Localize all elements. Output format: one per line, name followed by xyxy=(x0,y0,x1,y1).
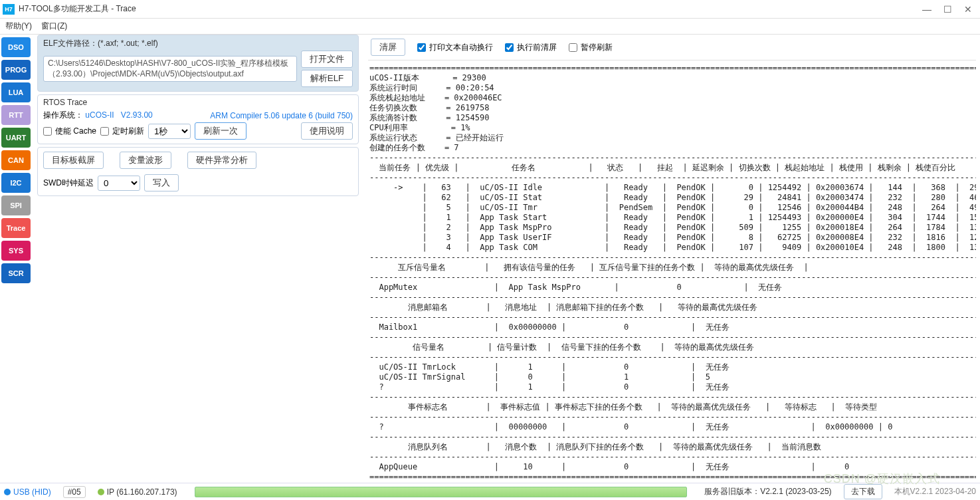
console-toolbar: 清屏 打印文本自动换行 执行前清屏 暂停刷新 xyxy=(368,35,976,61)
enable-cache-checkbox[interactable]: 使能 Cache xyxy=(43,126,96,137)
waveform-button[interactable]: 变量波形 xyxy=(120,152,171,169)
progress-bar xyxy=(195,487,688,497)
close-button[interactable]: ✕ xyxy=(964,4,972,15)
menu-help[interactable]: 帮助(Y) xyxy=(5,21,32,32)
write-button[interactable]: 写入 xyxy=(144,174,179,191)
minimize-button[interactable]: — xyxy=(922,4,931,15)
clear-button[interactable]: 清屏 xyxy=(371,39,405,56)
autowrap-checkbox[interactable]: 打印文本自动换行 xyxy=(417,42,493,53)
elf-path-input[interactable]: C:\Users\51246\Desktop\HASH\V7-800_uCOS-… xyxy=(43,56,297,82)
titlebar: H7 H7-TOOL多功能开发工具 - Trace — ☐ ✕ xyxy=(0,0,980,19)
app-icon: H7 xyxy=(3,4,15,15)
status-ip: IP (61.160.207.173) xyxy=(107,487,177,497)
os-version: V2.93.00 xyxy=(121,110,153,120)
usage-help-button[interactable]: 使用说明 xyxy=(301,122,353,140)
sidenav-rtt[interactable]: RTT xyxy=(1,105,31,125)
sidenav-prog[interactable]: PROG xyxy=(1,60,31,80)
maximize-button[interactable]: ☐ xyxy=(943,4,952,15)
statusbar: USB (HID) #05 IP (61.160.207.173) 服务器旧版本… xyxy=(0,483,980,500)
pause-refresh-checkbox[interactable]: 暂停刷新 xyxy=(569,42,613,53)
elf-panel: ELF文件路径：(*.axf; *.out; *.elf) C:\Users\5… xyxy=(37,35,359,92)
sidenav: DSOPROGLUARTTUARTCANI2CSPITraceSYSSCR xyxy=(0,35,32,483)
console-output[interactable]: ========================================… xyxy=(368,61,976,483)
status-usb: USB (HID) xyxy=(13,487,51,497)
elf-path-label: ELF文件路径：(*.axf; *.out; *.elf) xyxy=(43,38,353,49)
action-panel: 目标板截屏 变量波形 硬件异常分析 SWD时钟延迟 0 写入 xyxy=(37,147,359,196)
sidenav-trace[interactable]: Trace xyxy=(1,218,31,238)
sidenav-dso[interactable]: DSO xyxy=(1,37,31,57)
sidenav-sys[interactable]: SYS xyxy=(1,241,31,261)
left-panel: ELF文件路径：(*.axf; *.out; *.elf) C:\Users\5… xyxy=(32,35,364,483)
sidenav-scr[interactable]: SCR xyxy=(1,263,31,283)
rtos-panel: RTOS Trace 操作系统： uCOS-II V2.93.00 ARM Co… xyxy=(37,94,359,144)
parse-elf-button[interactable]: 解析ELF xyxy=(301,70,353,87)
status-device[interactable]: #05 xyxy=(63,486,86,498)
timer-refresh-checkbox[interactable]: 定时刷新 xyxy=(100,126,144,137)
os-name: uCOS-II xyxy=(85,110,114,120)
sidenav-spi[interactable]: SPI xyxy=(1,195,31,215)
refresh-once-button[interactable]: 刷新一次 xyxy=(195,122,246,140)
status-server: 服务器旧版本：V2.2.1 (2023-03-25) xyxy=(704,486,831,497)
window-controls: — ☐ ✕ xyxy=(922,4,972,15)
menubar: 帮助(Y) 窗口(Z) xyxy=(0,19,980,35)
swd-delay-select[interactable]: 0 xyxy=(98,176,140,191)
screenshot-button[interactable]: 目标板截屏 xyxy=(43,152,104,169)
sidenav-i2c[interactable]: I2C xyxy=(1,173,31,193)
menu-window[interactable]: 窗口(Z) xyxy=(41,21,67,32)
status-local-version: 本机V2.2.1 2023-04-20 xyxy=(894,486,976,497)
fault-analysis-button[interactable]: 硬件异常分析 xyxy=(187,152,256,169)
window-title: H7-TOOL多功能开发工具 - Trace xyxy=(19,3,922,15)
swd-delay-label: SWD时钟延迟 xyxy=(43,178,94,189)
sidenav-lua[interactable]: LUA xyxy=(1,82,31,102)
right-panel: 清屏 打印文本自动换行 执行前清屏 暂停刷新 =================… xyxy=(364,35,980,483)
os-label: 操作系统： xyxy=(43,110,83,120)
refresh-interval-select[interactable]: 1秒 xyxy=(148,124,191,139)
sidenav-uart[interactable]: UART xyxy=(1,128,31,148)
open-file-button[interactable]: 打开文件 xyxy=(301,51,353,68)
compiler-info: ARM Compiler 5.06 update 6 (build 750) xyxy=(210,111,353,120)
clear-before-checkbox[interactable]: 执行前清屏 xyxy=(505,42,557,53)
download-button[interactable]: 去下载 xyxy=(844,484,882,499)
sidenav-can[interactable]: CAN xyxy=(1,150,31,170)
rtos-title: RTOS Trace xyxy=(43,98,353,107)
